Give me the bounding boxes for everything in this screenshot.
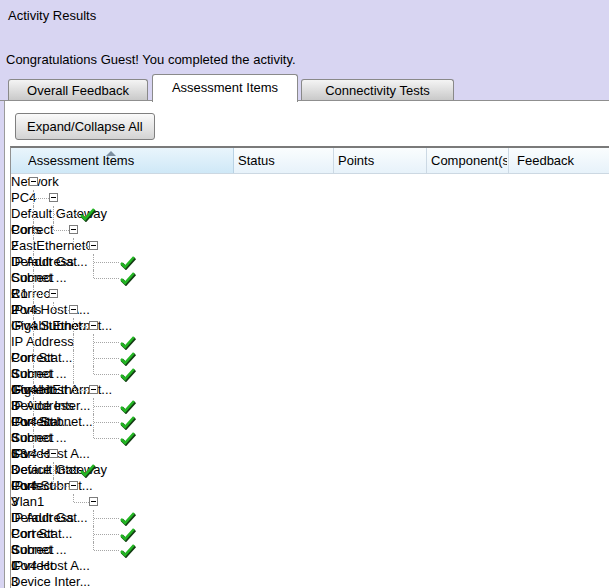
tree-connector-stub (34, 454, 49, 455)
tree-guide-line (33, 206, 34, 222)
tree-guide-line (33, 238, 34, 254)
tree-node-label: Ports (11, 478, 609, 494)
tree-row[interactable]: Vlan1 (11, 494, 609, 510)
assessment-table: Assessment Items Status Points Component… (10, 146, 609, 588)
status-cell: Correct (11, 558, 609, 574)
tree-row[interactable]: GigabitEthernet... (11, 318, 609, 334)
tree-connector-stub (94, 422, 119, 423)
tree-collapse-toggle[interactable] (89, 241, 98, 250)
tab-assessment-items-label: Assessment Items (172, 80, 278, 95)
expand-collapse-all-button[interactable]: Expand/Collapse All (15, 113, 155, 140)
column-header-points[interactable]: Points (338, 148, 422, 173)
tree-guide-line (73, 334, 74, 350)
correct-check-icon (119, 432, 136, 446)
tree-row[interactable]: Subnet ...Correct3IPv4 Subnet... (11, 366, 609, 382)
tree-row[interactable]: Ports (11, 222, 609, 238)
tree-guide-line (33, 334, 34, 350)
tree-connector-line (53, 302, 54, 310)
tab-overall-feedback[interactable]: Overall Feedback (8, 79, 148, 100)
column-header-feedback[interactable]: Feedback (517, 148, 607, 173)
tree-connector-stub (94, 406, 119, 407)
tree-row[interactable]: Default GatewayCorrect2Default Gat... (11, 206, 609, 222)
tree-collapse-toggle[interactable] (29, 177, 38, 186)
tree-guide-line (33, 254, 34, 270)
tree-collapse-toggle[interactable] (49, 289, 58, 298)
tree-guide-line (33, 222, 34, 238)
tree-node-label: GigabitEthernet... (11, 318, 609, 334)
tree-collapse-toggle[interactable] (69, 225, 78, 234)
tree-row[interactable]: GigabitEthernet... (11, 382, 609, 398)
tree-connector-line (33, 446, 34, 454)
tree-connector-line (73, 382, 74, 390)
tree-row[interactable]: Default GatewayCorrect3Default Gat... (11, 462, 609, 478)
column-header-component[interactable]: Component(s) (431, 148, 507, 173)
tree-node-label: Network (11, 174, 609, 190)
column-separator (508, 148, 509, 173)
tree-row[interactable]: Network (11, 174, 609, 190)
tree-guide-line (33, 430, 34, 446)
tree-row[interactable]: PC4 (11, 190, 609, 206)
tree-row[interactable]: Ports (11, 478, 609, 494)
tree-row[interactable]: Port Stat...Correct1Device Inter... (11, 414, 609, 430)
tree-row[interactable]: IP AddressCorrect3IPv4 Host A... (11, 510, 609, 526)
tree-guide-line (33, 366, 34, 382)
tree-collapse-toggle[interactable] (49, 449, 58, 458)
correct-check-icon (119, 336, 136, 350)
tree-guide-line (33, 270, 34, 286)
tree-connector-stub (94, 278, 119, 279)
tree-row[interactable]: Port Stat...Correct1Device Inter... (11, 350, 609, 366)
tree-connector-line (53, 478, 54, 486)
tree-connector-stub (74, 246, 89, 247)
tree-node-label: R1 (11, 286, 609, 302)
tree-guide-line (73, 350, 74, 366)
column-header-assessment-items[interactable]: Assessment Items (28, 148, 228, 173)
column-header-status[interactable]: Status (238, 148, 328, 173)
tree-connector-stub (94, 342, 119, 343)
tree-node-label: S3 (11, 446, 609, 462)
correct-check-icon (119, 368, 136, 382)
correct-check-icon (119, 400, 136, 414)
tree-connector-stub (54, 486, 69, 487)
tree-connector-line (93, 270, 94, 278)
page-title: Activity Results (8, 8, 96, 23)
correct-check-icon (119, 256, 136, 270)
tree-node-label: Ports (11, 302, 609, 318)
tree-connector-line (73, 494, 74, 502)
assessment-tree: NetworkPC4Default GatewayCorrect2Default… (11, 174, 609, 558)
tree-connector-stub (74, 502, 89, 503)
tree-connector-line (93, 366, 94, 374)
tree-connector-stub (74, 390, 89, 391)
tree-collapse-toggle[interactable] (89, 385, 98, 394)
correct-check-icon (79, 464, 96, 478)
tree-collapse-toggle[interactable] (89, 321, 98, 330)
tree-connector-line (73, 238, 74, 246)
tree-node-label: GigabitEthernet... (11, 382, 609, 398)
correct-check-icon (119, 272, 136, 286)
tab-assessment-items[interactable]: Assessment Items (152, 74, 298, 102)
correct-check-icon (119, 512, 136, 526)
tree-collapse-toggle[interactable] (69, 481, 78, 490)
tree-row[interactable]: IP AddressCorrect3IPv4 Host A... (11, 334, 609, 350)
tree-connector-stub (94, 262, 119, 263)
correct-check-icon (119, 528, 136, 542)
tree-collapse-toggle[interactable] (69, 305, 78, 314)
tree-connector-stub (34, 198, 49, 199)
tree-row[interactable]: IP AddressCorrect3IPv4 Host A... (11, 398, 609, 414)
tree-connector-line (53, 222, 54, 230)
tree-row[interactable]: Subnet ...Correct3IPv4 Subnet... (11, 542, 609, 558)
tree-connector-stub (54, 230, 69, 231)
table-header: Assessment Items Status Points Component… (11, 148, 609, 174)
tree-row[interactable]: FastEthernet0 (11, 238, 609, 254)
tree-row[interactable]: S3 (11, 446, 609, 462)
tree-collapse-toggle[interactable] (49, 193, 58, 202)
tree-collapse-toggle[interactable] (89, 497, 98, 506)
column-separator (426, 148, 427, 173)
tree-row[interactable]: Ports (11, 302, 609, 318)
tree-row[interactable]: IP AddressCorrect2IPv4 Host A... (11, 254, 609, 270)
tree-row[interactable]: Port Stat...Correct1Device Inter... (11, 526, 609, 542)
tree-guide-line (33, 318, 34, 334)
tree-row[interactable]: Subnet ...Correct3IPv4 Subnet... (11, 430, 609, 446)
tree-row[interactable]: Subnet ...Correct2IPv4 Subnet... (11, 270, 609, 286)
tree-row[interactable]: R1 (11, 286, 609, 302)
tab-connectivity-tests[interactable]: Connectivity Tests (301, 79, 454, 100)
